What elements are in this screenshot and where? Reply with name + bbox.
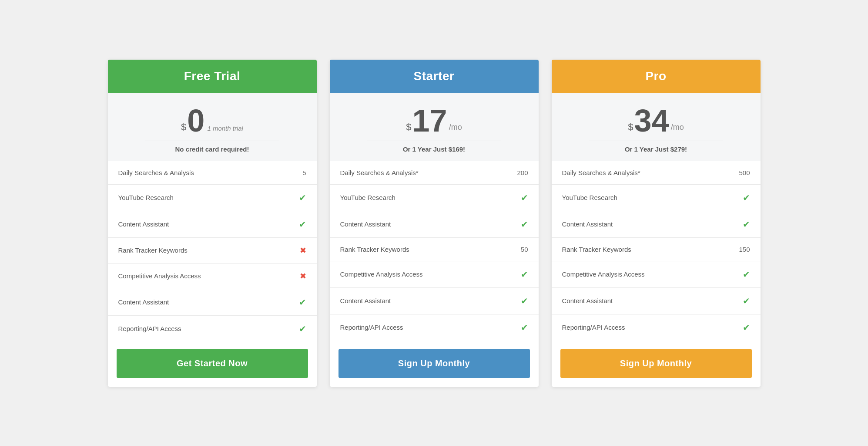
feature-label: YouTube Research [118,194,299,201]
feature-label: Rank Tracker Keywords [562,246,739,253]
card-footer-free: Get Started Now [108,342,317,387]
dollar-sign-pro: $ [628,122,633,133]
feature-row: Content Assistant✔ [330,211,539,238]
feature-value: ✔ [743,193,750,203]
plan-name-free: Free Trial [117,69,308,83]
price-row-pro: $34/mo [560,105,752,136]
feature-value: ✔ [743,322,750,333]
price-section-pro: $34/moOr 1 Year Just $279! [552,93,761,161]
feature-row: YouTube Research✔ [108,185,317,211]
feature-row: Content Assistant✔ [108,211,317,238]
feature-value: ✔ [521,193,528,203]
features-list-free: Daily Searches & Analysis5YouTube Resear… [108,161,317,342]
feature-row: YouTube Research✔ [552,185,761,211]
cta-button-free[interactable]: Get Started Now [117,349,308,378]
feature-label: Competitive Analysis Access [118,272,300,280]
dollar-sign-starter: $ [406,122,411,133]
feature-row: Competitive Analysis Access✔ [330,261,539,288]
feature-row: Daily Searches & Analysis5 [108,161,317,185]
feature-value: ✔ [521,296,528,306]
feature-value: ✔ [743,269,750,280]
feature-label: Content Assistant [118,298,299,306]
feature-row: Competitive Analysis Access✔ [552,261,761,288]
feature-value: ✔ [743,219,750,230]
price-note-free: No credit card required! [117,145,308,153]
feature-value: ✔ [299,297,306,307]
feature-value: ✔ [299,219,306,230]
feature-label: YouTube Research [562,194,743,201]
feature-label: Rank Tracker Keywords [340,246,521,253]
dollar-sign-free: $ [181,122,186,133]
feature-row: Rank Tracker Keywords✖ [108,238,317,264]
feature-label: Content Assistant [562,297,743,304]
feature-value: ✖ [300,246,306,255]
price-note-pro: Or 1 Year Just $279! [560,145,752,153]
feature-label: Daily Searches & Analysis [118,169,303,176]
features-list-starter: Daily Searches & Analysis*200YouTube Res… [330,161,539,342]
feature-label: Daily Searches & Analysis* [562,169,739,176]
price-divider-starter [367,141,501,141]
card-header-starter: Starter [330,60,539,93]
pricing-card-pro: Pro$34/moOr 1 Year Just $279!Daily Searc… [552,60,761,387]
price-subtitle-free: 1 month trial [207,125,243,132]
features-list-pro: Daily Searches & Analysis*500YouTube Res… [552,161,761,342]
feature-row: Rank Tracker Keywords150 [552,238,761,261]
feature-row: Content Assistant✔ [330,288,539,314]
feature-label: Reporting/API Access [118,325,299,332]
feature-label: Competitive Analysis Access [340,270,521,278]
feature-label: Content Assistant [562,220,743,228]
pricing-card-free: Free Trial$01 month trialNo credit card … [108,60,317,387]
feature-row: Daily Searches & Analysis*500 [552,161,761,185]
card-header-pro: Pro [552,60,761,93]
price-period-starter: /mo [449,123,462,132]
feature-label: Content Assistant [340,220,521,228]
feature-row: Reporting/API Access✔ [108,316,317,342]
price-row-starter: $17/mo [338,105,530,136]
feature-row: Daily Searches & Analysis*200 [330,161,539,185]
price-divider-pro [589,141,723,141]
feature-value: 200 [517,169,528,176]
feature-value: ✔ [521,219,528,230]
feature-value: 5 [302,169,306,176]
price-section-free: $01 month trialNo credit card required! [108,93,317,161]
feature-label: Competitive Analysis Access [562,270,743,278]
card-header-free: Free Trial [108,60,317,93]
feature-row: Competitive Analysis Access✖ [108,264,317,289]
feature-label: Rank Tracker Keywords [118,247,300,254]
cta-button-starter[interactable]: Sign Up Monthly [338,349,530,378]
feature-row: Content Assistant✔ [552,288,761,314]
feature-value: ✔ [521,269,528,280]
price-row-free: $01 month trial [117,105,308,136]
price-note-starter: Or 1 Year Just $169! [338,145,530,153]
pricing-card-starter: Starter$17/moOr 1 Year Just $169!Daily S… [330,60,539,387]
plan-name-pro: Pro [560,69,752,83]
feature-value: 50 [521,246,528,253]
feature-value: ✖ [300,271,306,281]
feature-row: Rank Tracker Keywords50 [330,238,539,261]
feature-label: Reporting/API Access [340,324,521,331]
feature-label: Content Assistant [340,297,521,304]
feature-row: YouTube Research✔ [330,185,539,211]
feature-label: Daily Searches & Analysis* [340,169,517,176]
plan-name-starter: Starter [338,69,530,83]
feature-value: ✔ [299,193,306,203]
price-amount-pro: 34 [634,105,669,136]
feature-value: ✔ [743,296,750,306]
feature-value: ✔ [521,322,528,333]
card-footer-starter: Sign Up Monthly [330,342,539,387]
feature-row: Reporting/API Access✔ [330,314,539,341]
feature-row: Reporting/API Access✔ [552,314,761,341]
price-section-starter: $17/moOr 1 Year Just $169! [330,93,539,161]
cta-button-pro[interactable]: Sign Up Monthly [560,349,752,378]
feature-label: Content Assistant [118,220,299,228]
price-divider-free [145,141,279,141]
pricing-table: Free Trial$01 month trialNo credit card … [108,60,761,387]
price-period-pro: /mo [671,123,684,132]
feature-value: 150 [739,246,750,253]
feature-label: Reporting/API Access [562,324,743,331]
feature-label: YouTube Research [340,194,521,201]
price-amount-starter: 17 [412,105,447,136]
feature-value: ✔ [299,324,306,334]
feature-row: Content Assistant✔ [108,289,317,316]
price-amount-free: 0 [187,105,204,136]
